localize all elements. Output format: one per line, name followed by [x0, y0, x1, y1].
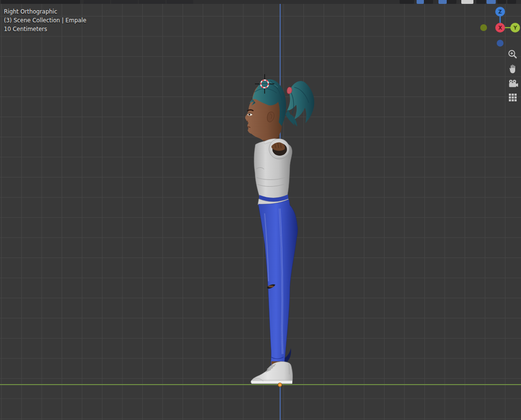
viewport-header — [0, 0, 521, 4]
view-navigation-gizmo[interactable]: Z X Y — [478, 6, 521, 49]
header-button-3[interactable] — [447, 0, 456, 4]
mode-segment-3[interactable] — [139, 0, 166, 4]
grid-scale-label: 10 Centimeters — [4, 25, 86, 33]
zoom-button[interactable] — [506, 48, 520, 61]
character-model[interactable] — [223, 68, 330, 388]
zoom-icon — [507, 48, 519, 60]
header-button-5[interactable] — [497, 0, 506, 4]
perspective-grid-icon — [507, 92, 519, 103]
camera-view-button[interactable] — [506, 77, 520, 90]
mode-segment-4[interactable] — [167, 0, 193, 4]
header-button-light[interactable] — [461, 0, 473, 4]
header-toggle-blue-2[interactable] — [438, 0, 447, 4]
header-button-2[interactable] — [424, 0, 433, 4]
mode-segment-1[interactable] — [84, 0, 110, 4]
camera-view-icon — [507, 78, 519, 89]
gizmo-y-label: Y — [513, 25, 517, 31]
pants — [258, 199, 298, 367]
mode-segment-2[interactable] — [111, 0, 138, 4]
shirt — [254, 139, 292, 198]
header-toggle-blue-3[interactable] — [487, 0, 496, 4]
header-button-6[interactable] — [507, 0, 516, 4]
hair-tie — [287, 87, 292, 94]
pan-button[interactable] — [506, 62, 520, 76]
header-button-4[interactable] — [476, 0, 486, 4]
object-origin-point[interactable] — [278, 383, 282, 387]
pan-hand-icon — [507, 63, 519, 75]
gizmo-neg-y-axis[interactable] — [480, 24, 487, 31]
gizmo-z-label: Z — [498, 9, 502, 15]
header-button-1[interactable] — [400, 0, 414, 4]
viewport-info-overlay: Right Orthographic (3) Scene Collection … — [4, 7, 86, 33]
perspective-toggle-button[interactable] — [506, 91, 520, 104]
active-object-label: (3) Scene Collection | Empale — [4, 16, 86, 25]
gizmo-x-label: X — [498, 25, 502, 31]
3d-cursor[interactable] — [254, 73, 275, 95]
gizmo-neg-z-axis[interactable] — [497, 40, 504, 47]
editor-type-selector[interactable] — [1, 0, 80, 4]
header-toggle-blue-1[interactable] — [417, 0, 424, 4]
view-name-label: Right Orthographic — [4, 7, 86, 16]
blender-window: Right Orthographic (3) Scene Collection … — [0, 0, 521, 420]
sneaker — [251, 362, 293, 384]
